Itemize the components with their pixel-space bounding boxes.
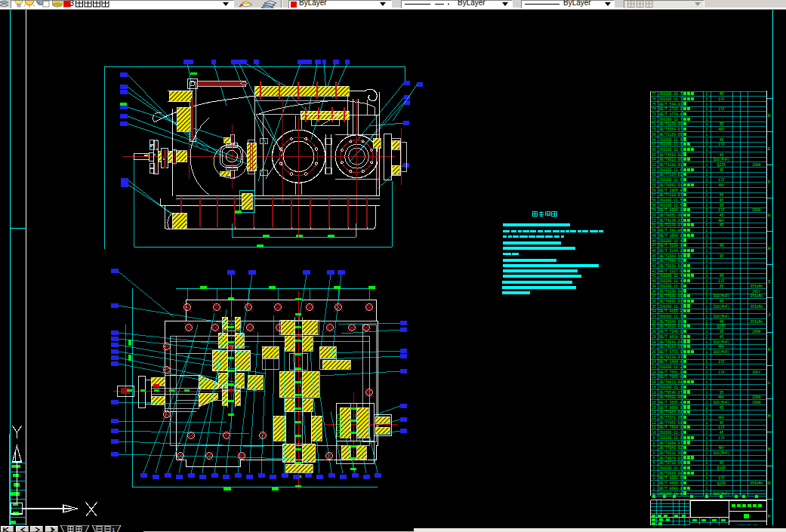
svg-text:1: 1: [653, 487, 655, 490]
svg-text:2: 2: [706, 386, 708, 389]
svg-text:45: 45: [720, 244, 724, 248]
svg-text:Q235: Q235: [717, 163, 726, 167]
svg-text:1: 1: [706, 103, 708, 106]
svg-text:2: 2: [706, 431, 708, 435]
svg-text:JS0200-11-1: JS0200-11-1: [659, 431, 683, 435]
svg-text:JB/T4978-91: JB/T4978-91: [659, 457, 683, 460]
svg-text:2008: 2008: [752, 401, 760, 404]
svg-text:JB/T3621-96: JB/T3621-96: [659, 158, 683, 161]
svg-text:45: 45: [720, 138, 724, 142]
svg-text:JS0200-11-5: JS0200-11-5: [659, 198, 683, 202]
svg-text:1: 1: [706, 330, 708, 334]
svg-text:30: 30: [652, 330, 656, 334]
svg-text:2: 2: [706, 324, 708, 328]
svg-text:23: 23: [652, 365, 656, 369]
svg-text:JB/T4593-92: JB/T4593-92: [659, 153, 683, 157]
svg-text:35: 35: [720, 284, 724, 288]
svg-text:GB/T 6753-9: GB/T 6753-9: [659, 350, 683, 354]
svg-text:O: O: [768, 481, 771, 486]
svg-text:53: 53: [652, 214, 656, 217]
svg-text:2: 2: [706, 290, 708, 294]
svg-text:JB/T1626-91: JB/T1626-91: [659, 324, 683, 328]
svg-text:13: 13: [652, 416, 656, 420]
svg-text:52: 52: [652, 219, 656, 223]
svg-text:JB/T9346-96: JB/T9346-96: [659, 320, 683, 324]
svg-text:JB/T2169-99: JB/T2169-99: [659, 133, 683, 137]
svg-text:JB/T8612-98: JB/T8612-98: [659, 380, 683, 384]
svg-text:GB/T 8934-8: GB/T 8934-8: [659, 208, 683, 212]
svg-text:Q235: Q235: [717, 324, 726, 328]
svg-text:J: J: [768, 312, 771, 318]
svg-text:1: 1: [706, 340, 708, 344]
svg-text:2: 2: [706, 406, 708, 410]
svg-text:JB/T7126-92: JB/T7126-92: [659, 173, 683, 177]
svg-text:35: 35: [720, 330, 724, 334]
svg-text:73: 73: [652, 112, 656, 116]
svg-text:54: 54: [652, 208, 656, 212]
svg-text:28: 28: [652, 340, 656, 344]
svg-text:JB/T4143-96: JB/T4143-96: [659, 345, 683, 349]
svg-text:H: H: [768, 246, 771, 251]
svg-text:21: 21: [652, 375, 656, 379]
svg-text:JB/T3068-97: JB/T3068-97: [659, 441, 683, 445]
svg-text:1: 1: [706, 158, 708, 161]
svg-text:JB/T6862-93: JB/T6862-93: [659, 300, 683, 303]
svg-text:1: 1: [706, 163, 708, 167]
svg-text:67: 67: [652, 143, 656, 146]
svg-text:1: 1: [706, 138, 708, 142]
svg-text:JS0200-11-6: JS0200-11-6: [659, 143, 683, 146]
svg-text:4Hr: 4Hr: [718, 345, 725, 349]
svg-text:1: 1: [706, 315, 708, 318]
svg-text:1: 1: [706, 446, 708, 450]
svg-text:45: 45: [720, 92, 724, 96]
svg-text:33: 33: [652, 315, 656, 318]
svg-text:47: 47: [652, 244, 656, 248]
svg-text:K: K: [768, 347, 771, 352]
svg-text:1: 1: [706, 355, 708, 359]
svg-text:1lF: 1lF: [718, 208, 725, 212]
svg-text:F: F: [768, 180, 771, 185]
svg-text:JB/T8962-91: JB/T8962-91: [659, 183, 683, 187]
svg-text:10: 10: [652, 431, 656, 435]
svg-text:1: 1: [706, 360, 708, 364]
svg-text:JB/T2343-96: JB/T2343-96: [659, 254, 683, 258]
svg-text:35SiMn: 35SiMn: [751, 305, 763, 309]
svg-text:8: 8: [653, 441, 655, 445]
svg-text:18: 18: [652, 391, 656, 395]
svg-text:1lF: 1lF: [718, 476, 725, 480]
svg-text:310(MnF): 310(MnF): [713, 401, 730, 404]
svg-text:GB/T 7561-9: GB/T 7561-9: [659, 371, 683, 374]
svg-text:GB/T 7249-9: GB/T 7249-9: [659, 330, 683, 334]
svg-text:1: 1: [706, 436, 708, 440]
svg-text:5: 5: [653, 457, 655, 460]
svg-text:2008: 2008: [752, 208, 760, 212]
svg-text:2: 2: [706, 335, 708, 339]
svg-text:JS0200-11-0: JS0200-11-0: [659, 466, 683, 470]
svg-text:1: 1: [706, 426, 708, 429]
svg-text:43: 43: [652, 264, 656, 268]
svg-text:35: 35: [720, 204, 724, 208]
svg-text:77: 77: [652, 92, 656, 96]
svg-text:N: N: [768, 447, 771, 452]
svg-text:57: 57: [652, 193, 656, 197]
svg-text:20Cr: 20Cr: [752, 371, 760, 374]
svg-text:45: 45: [720, 320, 724, 324]
svg-text:34: 34: [652, 309, 656, 313]
svg-text:19: 19: [652, 386, 656, 389]
svg-text:GB/T 7065-8: GB/T 7065-8: [659, 375, 683, 379]
svg-text:7: 7: [653, 446, 655, 450]
svg-text:45: 45: [720, 431, 724, 435]
svg-text:GB/T 4669-9: GB/T 4669-9: [659, 481, 683, 485]
svg-text:1: 1: [706, 198, 708, 202]
svg-text:GB/T 1060-8: GB/T 1060-8: [659, 234, 683, 238]
svg-text:1: 1: [706, 421, 708, 425]
svg-text:1: 1: [112, 527, 116, 532]
svg-text:1: 1: [706, 107, 708, 111]
svg-text:35: 35: [720, 391, 724, 395]
svg-text:GB/T 1227-9: GB/T 1227-9: [659, 269, 683, 273]
svg-text:1: 1: [706, 457, 708, 460]
svg-text:JS0200-11-7: JS0200-11-7: [659, 92, 683, 96]
svg-text:GB/T 534-93: GB/T 534-93: [659, 103, 683, 106]
svg-text:11: 11: [652, 426, 656, 429]
svg-text:GB/T 8088-8: GB/T 8088-8: [659, 487, 683, 490]
